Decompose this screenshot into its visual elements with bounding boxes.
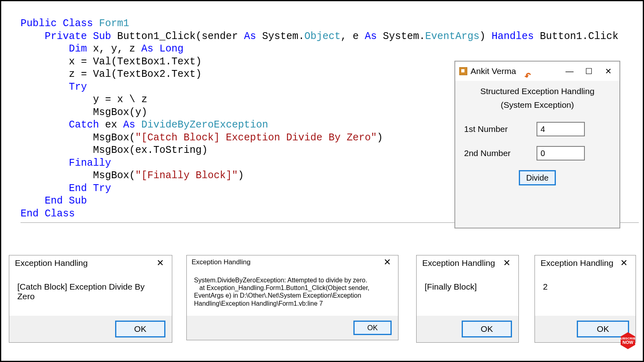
msgbox-message: System.DivideByZeroException: Attempted …	[187, 269, 398, 316]
msgbox-message: 2	[535, 271, 636, 316]
msgbox-footer: OK	[187, 316, 398, 340]
form1-titlebar[interactable]: Ankit Verma — ☐ ✕	[455, 62, 619, 81]
form1-body: Structured Exception Handling (System Ex…	[455, 81, 619, 191]
label-1st-number: 1st Number	[464, 124, 537, 134]
msgbox-titlebar[interactable]: Exception Handling ✕	[535, 255, 636, 271]
msgbox-title-text: Exception Handling	[15, 258, 88, 268]
badge-line2: NOW	[623, 340, 634, 345]
msgbox-title-text: Exception Handling	[422, 258, 495, 268]
minimize-icon[interactable]: —	[560, 64, 579, 79]
code-line: Dim x, y, z As Long	[21, 43, 639, 56]
msgbox-footer: OK	[417, 316, 518, 342]
heading-structured: Structured Exception Handling	[464, 86, 611, 96]
form-icon	[459, 67, 467, 75]
maximize-icon[interactable]: ☐	[579, 64, 599, 79]
divide-button[interactable]: Divide	[519, 170, 556, 185]
form1-window: Ankit Verma — ☐ ✕ Structured Exception H…	[454, 61, 620, 228]
form1-title: Ankit Verma	[471, 66, 516, 76]
ok-button[interactable]: OK	[115, 321, 165, 337]
msgbox-title-text: Exception Handling	[192, 258, 250, 266]
close-icon[interactable]: ✕	[501, 258, 513, 268]
msgbox-finally: Exception Handling ✕ [Finally Block] OK	[416, 255, 519, 343]
heading-system-exception: (System Exception)	[464, 100, 611, 110]
label-2nd-number: 2nd Number	[464, 148, 537, 158]
msgbox-catch: Exception Handling ✕ [Catch Block] Excep…	[9, 255, 172, 343]
msgbox-titlebar[interactable]: Exception Handling ✕	[187, 255, 398, 269]
close-icon[interactable]: ✕	[599, 64, 618, 79]
code-line: Private Sub Button1_Click(sender As Syst…	[21, 30, 639, 43]
msgbox-message: [Catch Block] Exception Divide By Zero	[9, 271, 172, 316]
ok-button[interactable]: OK	[462, 321, 512, 337]
input-2nd-number[interactable]	[537, 146, 585, 160]
ok-button[interactable]: OK	[577, 321, 629, 337]
row-2nd-number: 2nd Number	[464, 146, 611, 160]
msgbox-exception-detail: Exception Handling ✕ System.DivideByZero…	[186, 255, 398, 340]
msgbox-footer: OK	[535, 316, 636, 342]
msgbox-titlebar[interactable]: Exception Handling ✕	[9, 255, 172, 271]
msgbox-title-text: Exception Handling	[541, 258, 613, 268]
close-icon[interactable]: ✕	[154, 258, 166, 268]
ok-button[interactable]: OK	[353, 321, 392, 335]
msgbox-result: Exception Handling ✕ 2 OK	[535, 255, 636, 343]
close-icon[interactable]: ✕	[618, 258, 630, 268]
msgbox-footer: OK	[9, 316, 172, 342]
row-1st-number: 1st Number	[464, 122, 611, 136]
msgbox-message: [Finally Block]	[417, 271, 518, 316]
msgbox-titlebar[interactable]: Exception Handling ✕	[417, 255, 518, 271]
code-line: Public Class Form1	[21, 17, 639, 30]
close-icon[interactable]: ✕	[381, 257, 393, 267]
input-1st-number[interactable]	[537, 122, 585, 136]
